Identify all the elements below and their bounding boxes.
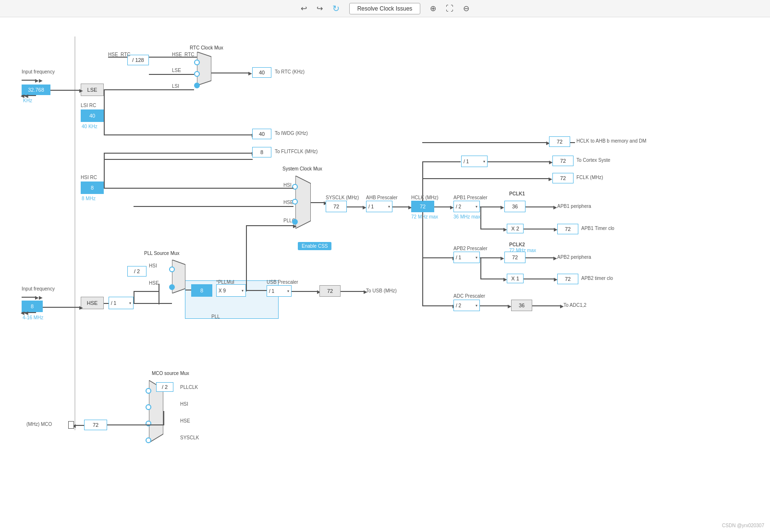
mco-sysclk-label: SYSCLK xyxy=(180,435,199,440)
div128-box: / 128 xyxy=(127,55,149,65)
fullscreen-icon[interactable]: ⛶ xyxy=(446,4,453,13)
hsi-rc-label: HSI RC xyxy=(81,175,97,180)
rtc-mux-radio-lse[interactable] xyxy=(194,71,200,77)
enable-css-button[interactable]: Enable CSS xyxy=(298,242,331,250)
to-rtc-value-box: 40 xyxy=(252,67,271,78)
apb2-periph-label: APB2 periphera xyxy=(557,254,591,260)
adc-label: To ADC1,2 xyxy=(563,302,587,308)
mco-label: (MHz) MCO xyxy=(26,422,52,427)
usb-div-dropdown[interactable]: / 1 ▾ xyxy=(267,285,292,297)
pll-mul-dropdown[interactable]: X 9 ▾ xyxy=(216,284,246,297)
to-iwdg-value-box: 40 xyxy=(252,129,271,139)
hsi-value-box: 8 xyxy=(81,181,104,194)
cortex-value-box: 72 xyxy=(552,156,574,166)
sysclk-value-box: 72 xyxy=(326,201,347,212)
sys-mux-radio-hse[interactable] xyxy=(292,199,298,205)
hse-pll-label: HSE xyxy=(149,280,159,286)
pll-value-box: 8 xyxy=(191,284,212,297)
pll-div2-box: / 2 xyxy=(127,266,147,277)
lse-box: LSE xyxy=(81,84,104,96)
lsi-unit: 40 KHz xyxy=(82,124,98,129)
lsi-rc-label: LSI RC xyxy=(81,103,96,108)
lsi-value-box: 40 xyxy=(81,109,104,122)
ahb-div-dropdown[interactable]: / 1 ▾ xyxy=(366,201,392,212)
fclk-label: FCLK (MHz) xyxy=(576,175,603,180)
hsi-sys-label: HSI xyxy=(283,182,292,188)
to-rtc-label: To RTC (KHz) xyxy=(275,69,305,74)
adc-div-dropdown[interactable]: / 2 ▾ xyxy=(453,300,480,311)
hclk-ahb-label: HCLK to AHB b memory and DM xyxy=(576,138,647,144)
mco-hse-label: HSE xyxy=(180,418,190,423)
apb2-timer-value-box: 72 xyxy=(557,274,578,284)
resolve-clock-button[interactable]: Resolve Clock Issues xyxy=(349,3,421,14)
to-iwdg-label: To IWDG (KHz) xyxy=(275,131,308,136)
cortex-div-dropdown[interactable]: / 1 ▾ xyxy=(461,156,488,167)
hclk-ahb-value-box: 72 xyxy=(549,136,570,147)
sysclk-label: SYSCLK (MHz) xyxy=(326,195,359,200)
rtc-clock-mux-label: RTC Clock Mux xyxy=(190,45,223,50)
watermark: CSDN @yrx020307 xyxy=(722,523,764,528)
usb-value-box: 72 xyxy=(319,285,341,297)
hclk-value-box: 72 xyxy=(411,201,434,212)
lse-mux-label: LSE xyxy=(172,68,181,73)
pclk1-label: PCLK1 xyxy=(509,191,525,196)
input-freq-2-range: 4-16 MHz xyxy=(23,315,43,320)
apb2-prescaler-label: APB2 Prescaler xyxy=(453,246,488,251)
apb1-max: 36 MHz max xyxy=(453,214,480,219)
toolbar: ↩ ↪ ↻ Resolve Clock Issues ⊕ ⛶ ⊖ xyxy=(0,0,770,17)
adc-prescaler-label: ADC Prescaler xyxy=(453,293,485,299)
adc-value-box: 36 xyxy=(511,300,532,311)
pclk2-label: PCLK2 xyxy=(509,242,525,247)
usb-label: To USB (MHz) xyxy=(366,288,397,293)
pll-mux-radio-hse[interactable] xyxy=(169,284,175,290)
svg-marker-0 xyxy=(197,52,211,85)
lsi-mux-label: LSI xyxy=(172,84,179,89)
rtc-mux-radio-lsi[interactable] xyxy=(194,83,200,88)
sys-mux-radio-hsi[interactable] xyxy=(292,184,298,190)
pclk1-value-box: 36 xyxy=(504,201,526,212)
redo-icon[interactable]: ↪ xyxy=(317,4,323,13)
hsi-pll-label: HSI xyxy=(149,263,157,268)
clock-diagram-canvas: Input frequency ▶▶ 32.768 ◀◀ KHz LSE ▶ L… xyxy=(0,17,770,532)
mco-radio-hsi[interactable] xyxy=(146,404,151,410)
ahb-prescaler-label: AHB Prescaler xyxy=(366,195,398,200)
zoom-in-icon[interactable]: ⊕ xyxy=(430,4,436,13)
apb1-div-dropdown[interactable]: / 2 ▾ xyxy=(453,201,480,212)
zoom-out-icon[interactable]: ⊖ xyxy=(463,4,469,13)
apb1-timer-value-box: 72 xyxy=(557,224,578,234)
cortex-label: To Cortex Syste xyxy=(576,157,611,163)
refresh-icon[interactable]: ↻ xyxy=(332,3,340,14)
apb1-timer-label: APB1 Timer clo xyxy=(581,226,614,231)
x1-box: X 1 xyxy=(507,274,524,283)
pclk2-value-box: 72 xyxy=(504,252,526,263)
hclk-max: 72 MHz max xyxy=(411,214,438,219)
hclk-label: HCLK (MHz) xyxy=(411,195,439,200)
pll-label: PLL xyxy=(211,314,220,319)
to-flitfclk-value-box: 8 xyxy=(252,147,271,157)
usb-prescaler-label: USB Prescaler xyxy=(267,279,298,285)
undo-icon[interactable]: ↩ xyxy=(301,4,307,13)
mco-hsi-label: HSI xyxy=(180,401,188,407)
rtc-mux-radio-hse[interactable] xyxy=(194,60,200,65)
hse-div1-dropdown[interactable]: / 1 ▾ xyxy=(109,297,134,309)
mco-div2-box: / 2 xyxy=(156,382,173,392)
mco-radio-hse[interactable] xyxy=(146,421,151,426)
to-flitfclk-label: To FLITFCLK (MHz) xyxy=(275,149,318,154)
hsi-unit: 8 MHz xyxy=(82,196,96,201)
apb2-timer-label: APB2 timer clo xyxy=(581,276,613,281)
hse-rtc-label: HSE_RTC xyxy=(172,52,195,57)
apb2-div-dropdown[interactable]: / 1 ▾ xyxy=(453,252,480,263)
mco-radio-pllclk[interactable] xyxy=(146,388,151,394)
x2-box: X 2 xyxy=(507,224,524,233)
pll-mux-radio-hsi[interactable] xyxy=(169,266,175,272)
input-freq-1-unit: KHz xyxy=(23,98,32,103)
mco-source-mux-label: MCO source Mux xyxy=(152,371,189,376)
apb1-periph-label: APB1 periphera xyxy=(557,204,591,209)
apb1-prescaler-label: APB1 Prescaler xyxy=(453,195,488,200)
mco-radio-sysclk[interactable] xyxy=(146,437,151,443)
input-freq-1-label: Input frequency xyxy=(22,69,55,74)
rtc-mux xyxy=(197,52,211,85)
mco-pllclk-label: PLLCLK xyxy=(180,385,198,390)
hse-box: HSE xyxy=(81,297,104,309)
mco-value-box: 72 xyxy=(84,420,107,430)
